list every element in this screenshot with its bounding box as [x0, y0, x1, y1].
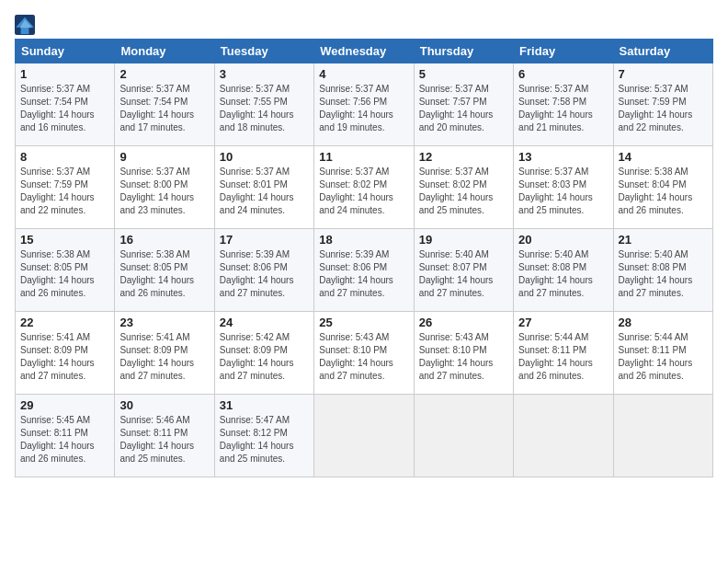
day-info: Sunrise: 5:37 AM Sunset: 7:56 PM Dayligh… [319, 83, 408, 134]
day-info: Sunrise: 5:37 AM Sunset: 8:01 PM Dayligh… [220, 166, 309, 217]
day-info: Sunrise: 5:44 AM Sunset: 8:11 PM Dayligh… [619, 331, 708, 383]
day-cell: 4Sunrise: 5:37 AM Sunset: 7:56 PM Daylig… [314, 63, 414, 146]
day-cell: 13Sunrise: 5:37 AM Sunset: 8:03 PM Dayli… [514, 146, 613, 229]
day-cell: 26Sunrise: 5:43 AM Sunset: 8:10 PM Dayli… [414, 312, 513, 395]
day-info: Sunrise: 5:39 AM Sunset: 8:06 PM Dayligh… [319, 248, 408, 300]
day-cell: 1Sunrise: 5:37 AM Sunset: 7:54 PM Daylig… [16, 63, 115, 146]
day-info: Sunrise: 5:38 AM Sunset: 8:05 PM Dayligh… [119, 248, 209, 300]
day-cell: 3Sunrise: 5:37 AM Sunset: 7:55 PM Daylig… [214, 63, 313, 146]
day-cell: 10Sunrise: 5:37 AM Sunset: 8:01 PM Dayli… [214, 146, 313, 229]
day-cell [514, 395, 613, 477]
header-row: SundayMondayTuesdayWednesdayThursdayFrid… [16, 40, 713, 63]
day-number: 23 [119, 316, 209, 329]
day-number: 3 [220, 67, 309, 81]
day-info: Sunrise: 5:37 AM Sunset: 7:58 PM Dayligh… [518, 83, 608, 134]
day-number: 10 [220, 150, 309, 164]
day-cell [314, 395, 414, 477]
day-cell: 12Sunrise: 5:37 AM Sunset: 8:02 PM Dayli… [414, 146, 513, 229]
day-info: Sunrise: 5:43 AM Sunset: 8:10 PM Dayligh… [319, 331, 408, 383]
day-info: Sunrise: 5:38 AM Sunset: 8:04 PM Dayligh… [619, 166, 708, 217]
day-cell: 17Sunrise: 5:39 AM Sunset: 8:06 PM Dayli… [214, 229, 313, 312]
day-info: Sunrise: 5:47 AM Sunset: 8:12 PM Dayligh… [220, 414, 309, 465]
day-number: 26 [419, 316, 508, 329]
day-info: Sunrise: 5:39 AM Sunset: 8:06 PM Dayligh… [220, 248, 309, 300]
day-cell: 2Sunrise: 5:37 AM Sunset: 7:54 PM Daylig… [115, 63, 214, 146]
day-info: Sunrise: 5:40 AM Sunset: 8:08 PM Dayligh… [518, 248, 608, 300]
day-cell: 11Sunrise: 5:37 AM Sunset: 8:02 PM Dayli… [314, 146, 414, 229]
day-number: 22 [20, 316, 109, 329]
day-info: Sunrise: 5:45 AM Sunset: 8:11 PM Dayligh… [20, 414, 109, 465]
week-row-4: 22Sunrise: 5:41 AM Sunset: 8:09 PM Dayli… [16, 312, 713, 395]
day-cell: 8Sunrise: 5:37 AM Sunset: 7:59 PM Daylig… [16, 146, 115, 229]
day-number: 30 [119, 398, 209, 412]
day-cell: 22Sunrise: 5:41 AM Sunset: 8:09 PM Dayli… [16, 312, 115, 395]
day-number: 14 [619, 150, 708, 164]
day-number: 12 [419, 150, 508, 164]
day-number: 11 [319, 150, 408, 164]
day-cell: 7Sunrise: 5:37 AM Sunset: 7:59 PM Daylig… [613, 63, 712, 146]
day-number: 29 [20, 398, 109, 412]
day-info: Sunrise: 5:44 AM Sunset: 8:11 PM Dayligh… [518, 331, 608, 383]
day-cell: 29Sunrise: 5:45 AM Sunset: 8:11 PM Dayli… [16, 395, 115, 477]
day-cell: 24Sunrise: 5:42 AM Sunset: 8:09 PM Dayli… [214, 312, 313, 395]
day-info: Sunrise: 5:37 AM Sunset: 7:55 PM Dayligh… [220, 83, 309, 134]
calendar-header: SundayMondayTuesdayWednesdayThursdayFrid… [16, 40, 713, 63]
day-cell: 25Sunrise: 5:43 AM Sunset: 8:10 PM Dayli… [314, 312, 414, 395]
day-number: 28 [619, 316, 708, 329]
day-number: 4 [319, 67, 408, 81]
day-info: Sunrise: 5:42 AM Sunset: 8:09 PM Dayligh… [220, 331, 309, 383]
day-info: Sunrise: 5:37 AM Sunset: 7:54 PM Dayligh… [119, 83, 209, 134]
day-number: 25 [319, 316, 408, 329]
day-cell: 16Sunrise: 5:38 AM Sunset: 8:05 PM Dayli… [115, 229, 214, 312]
day-number: 2 [119, 67, 209, 81]
day-number: 19 [419, 233, 508, 247]
day-cell: 21Sunrise: 5:40 AM Sunset: 8:08 PM Dayli… [613, 229, 712, 312]
header-tuesday: Tuesday [214, 40, 313, 63]
day-number: 13 [518, 150, 608, 164]
calendar-table: SundayMondayTuesdayWednesdayThursdayFrid… [15, 39, 713, 477]
day-cell: 14Sunrise: 5:38 AM Sunset: 8:04 PM Dayli… [613, 146, 712, 229]
day-cell: 15Sunrise: 5:38 AM Sunset: 8:05 PM Dayli… [16, 229, 115, 312]
day-number: 7 [619, 67, 708, 81]
day-number: 27 [518, 316, 608, 329]
day-number: 21 [619, 233, 708, 247]
day-cell: 20Sunrise: 5:40 AM Sunset: 8:08 PM Dayli… [514, 229, 613, 312]
day-info: Sunrise: 5:37 AM Sunset: 8:00 PM Dayligh… [119, 166, 209, 217]
day-number: 1 [20, 67, 109, 81]
day-info: Sunrise: 5:41 AM Sunset: 8:09 PM Dayligh… [20, 331, 109, 383]
day-cell: 18Sunrise: 5:39 AM Sunset: 8:06 PM Dayli… [314, 229, 414, 312]
header-sunday: Sunday [16, 40, 115, 63]
day-info: Sunrise: 5:37 AM Sunset: 7:59 PM Dayligh… [619, 83, 708, 134]
header-saturday: Saturday [613, 40, 712, 63]
day-cell: 6Sunrise: 5:37 AM Sunset: 7:58 PM Daylig… [514, 63, 613, 146]
day-number: 8 [20, 150, 109, 164]
week-row-2: 8Sunrise: 5:37 AM Sunset: 7:59 PM Daylig… [16, 146, 713, 229]
week-row-5: 29Sunrise: 5:45 AM Sunset: 8:11 PM Dayli… [16, 395, 713, 477]
day-info: Sunrise: 5:37 AM Sunset: 7:59 PM Dayligh… [20, 166, 109, 217]
day-info: Sunrise: 5:37 AM Sunset: 8:02 PM Dayligh… [319, 166, 408, 217]
day-info: Sunrise: 5:37 AM Sunset: 7:57 PM Dayligh… [419, 83, 508, 134]
day-number: 20 [518, 233, 608, 247]
day-cell [613, 395, 712, 477]
header [15, 15, 713, 35]
day-cell: 30Sunrise: 5:46 AM Sunset: 8:11 PM Dayli… [115, 395, 214, 477]
header-monday: Monday [115, 40, 214, 63]
header-thursday: Thursday [414, 40, 513, 63]
header-friday: Friday [514, 40, 613, 63]
week-row-3: 15Sunrise: 5:38 AM Sunset: 8:05 PM Dayli… [16, 229, 713, 312]
header-wednesday: Wednesday [314, 40, 414, 63]
day-cell: 27Sunrise: 5:44 AM Sunset: 8:11 PM Dayli… [514, 312, 613, 395]
day-number: 17 [220, 233, 309, 247]
day-info: Sunrise: 5:40 AM Sunset: 8:08 PM Dayligh… [619, 248, 708, 300]
day-number: 5 [419, 67, 508, 81]
day-cell: 9Sunrise: 5:37 AM Sunset: 8:00 PM Daylig… [115, 146, 214, 229]
day-info: Sunrise: 5:41 AM Sunset: 8:09 PM Dayligh… [119, 331, 209, 383]
day-number: 15 [20, 233, 109, 247]
day-info: Sunrise: 5:46 AM Sunset: 8:11 PM Dayligh… [119, 414, 209, 465]
day-number: 31 [220, 398, 309, 412]
day-number: 18 [319, 233, 408, 247]
day-cell: 19Sunrise: 5:40 AM Sunset: 8:07 PM Dayli… [414, 229, 513, 312]
day-cell: 5Sunrise: 5:37 AM Sunset: 7:57 PM Daylig… [414, 63, 513, 146]
day-info: Sunrise: 5:43 AM Sunset: 8:10 PM Dayligh… [419, 331, 508, 383]
logo [15, 15, 37, 35]
